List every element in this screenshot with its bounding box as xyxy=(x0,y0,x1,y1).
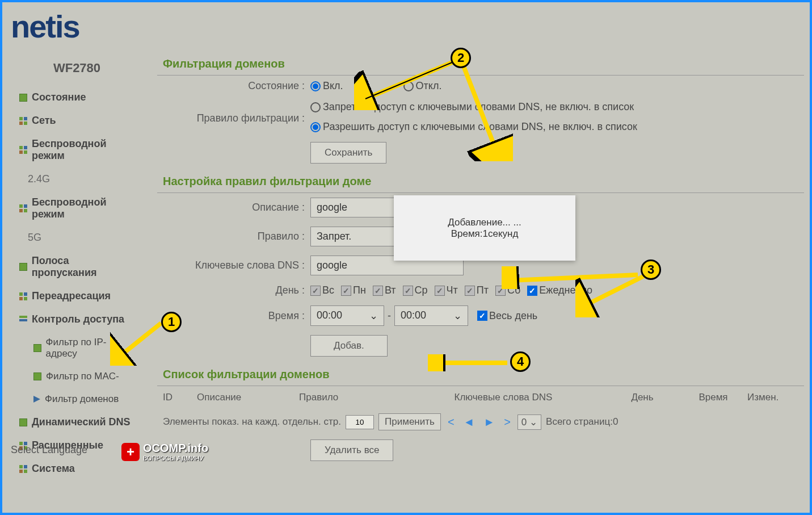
bars-icon xyxy=(19,316,27,324)
callout-2: 2 xyxy=(451,48,471,68)
callout-1: 1 xyxy=(161,312,182,332)
dns-label: Ключевые слова DNS : xyxy=(157,259,310,271)
plus-icon: + xyxy=(121,443,140,461)
checkbox-icon xyxy=(465,286,475,296)
day-label: День : xyxy=(157,284,310,296)
svg-line-5 xyxy=(584,275,646,306)
sidebar-item-network[interactable]: Сеть xyxy=(2,109,152,132)
checkbox-icon xyxy=(435,286,445,296)
radio-checked-icon xyxy=(310,81,321,91)
sidebar-item-status[interactable]: Состояние xyxy=(2,86,152,109)
callout-3: 3 xyxy=(641,259,661,280)
checkbox-checked-icon xyxy=(477,311,487,321)
grid-icon xyxy=(19,204,27,212)
arrow-annotation xyxy=(354,59,462,110)
state-label: Состояние : xyxy=(157,80,310,92)
grid-icon xyxy=(19,465,27,473)
grid-icon xyxy=(19,146,27,154)
add-button[interactable]: Добав. xyxy=(310,335,388,357)
page-prev-icon[interactable]: ◄ xyxy=(461,416,477,429)
sidebar-item-bandwidth[interactable]: Полоса пропускания xyxy=(2,249,152,284)
rule-label: Правило : xyxy=(157,231,310,242)
svg-line-3 xyxy=(119,323,161,357)
grid-icon xyxy=(19,292,27,300)
model-label: WF2780 xyxy=(2,51,152,86)
square-icon xyxy=(33,344,41,352)
svg-line-1 xyxy=(365,62,453,99)
grid-icon xyxy=(19,117,27,125)
time-from-select[interactable]: 00:00⌄ xyxy=(310,305,384,326)
desc-label: Описание : xyxy=(157,202,310,213)
page-next-icon[interactable]: ► xyxy=(481,416,497,429)
per-page-input[interactable] xyxy=(346,415,374,429)
arrow-right-icon xyxy=(33,396,40,403)
rule-setup-title: Настройка правил фильтрации доме xyxy=(157,168,804,193)
day-checkbox[interactable]: Пн xyxy=(341,284,366,296)
sidebar-item-wireless-24g[interactable]: Беспроводной режим xyxy=(2,132,152,168)
sidebar-item-ddns[interactable]: Динамический DNS xyxy=(2,411,152,434)
arrow-annotation xyxy=(110,320,167,366)
time-to-select[interactable]: 00:00⌄ xyxy=(394,305,468,326)
sidebar: WF2780 Состояние Сеть Беспроводной режим… xyxy=(2,51,152,510)
state-on-radio[interactable]: Вкл. xyxy=(310,80,343,92)
square-icon xyxy=(19,418,27,426)
radio-checked-icon xyxy=(310,122,321,132)
checkbox-icon xyxy=(341,286,351,296)
square-icon xyxy=(19,263,27,271)
per-page-label: Элементы показ. на кажд. отдельн. стр. xyxy=(163,416,341,428)
day-checkbox[interactable]: Пт xyxy=(465,284,489,296)
sidebar-item-mac-filter[interactable]: Фильтр по MAC- xyxy=(2,365,152,388)
table-header: ID Описание Правило Ключевые слова DNS Д… xyxy=(157,386,804,409)
total-pages-label: Всего страниц:0 xyxy=(546,416,618,428)
watermark: + OCOMP.info ВОПРОСЫ АДМИНУ xyxy=(121,442,208,462)
sidebar-item-24g-sub[interactable]: 2.4G xyxy=(2,168,152,191)
sidebar-item-5g-sub[interactable]: 5G xyxy=(2,226,152,249)
apply-button[interactable]: Применить xyxy=(378,413,441,430)
sidebar-item-wireless-5g[interactable]: Беспроводной режим xyxy=(2,191,152,226)
filter-rule-label: Правило фильтрации : xyxy=(157,101,310,124)
arrow-annotation xyxy=(428,354,513,371)
svg-line-2 xyxy=(462,62,496,150)
day-checkbox[interactable]: Ср xyxy=(403,284,428,296)
language-selector[interactable]: Select Language xyxy=(11,444,87,456)
all-day-checkbox[interactable]: Весь день xyxy=(477,310,537,322)
checkbox-icon xyxy=(310,286,321,296)
delete-all-button[interactable]: Удалить все xyxy=(310,439,393,461)
save-button[interactable]: Сохранить xyxy=(310,142,386,164)
arrow-annotation xyxy=(575,272,655,317)
day-checkbox[interactable]: Чт xyxy=(435,284,458,296)
adding-popup: Добавление... ... Время:1секунд xyxy=(394,195,575,261)
day-checkbox[interactable]: Вт xyxy=(373,284,396,296)
arrow-annotation xyxy=(456,59,513,161)
day-checkbox[interactable]: Вс xyxy=(310,284,334,296)
square-icon xyxy=(19,94,27,102)
sidebar-item-domain-filter[interactable]: Фильтр доменов xyxy=(2,388,152,411)
page-last-icon[interactable]: > xyxy=(502,416,513,429)
page-first-icon[interactable]: < xyxy=(445,416,457,429)
square-icon xyxy=(33,372,41,380)
checkbox-icon xyxy=(403,286,413,296)
brand-logo: netis xyxy=(2,2,810,51)
sidebar-item-forwarding[interactable]: Переадресация xyxy=(2,284,152,308)
callout-4: 4 xyxy=(510,351,531,372)
page-select[interactable]: 0 ⌄ xyxy=(518,414,541,430)
checkbox-icon xyxy=(373,286,383,296)
radio-icon xyxy=(310,102,321,112)
